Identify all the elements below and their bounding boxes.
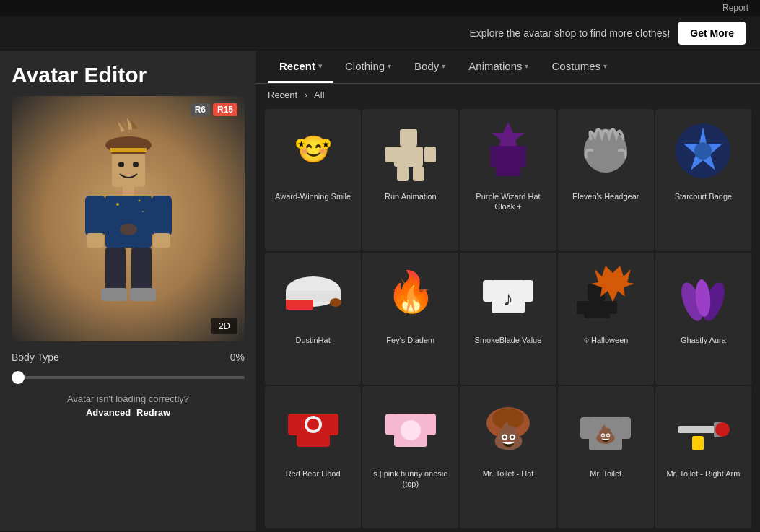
svg-point-9	[133, 162, 139, 167]
items-grid: 😊 ★ ★Award-Winning Smile Run Animation P…	[256, 106, 760, 531]
svg-rect-69	[424, 414, 436, 435]
tab-recent[interactable]: Recent▾	[268, 51, 333, 83]
item-15[interactable]: Mr. Toilet - Right Arm	[655, 386, 751, 528]
svg-rect-76	[619, 417, 631, 439]
svg-rect-34	[397, 167, 409, 181]
item-10[interactable]: Ghastly Aura	[655, 253, 751, 385]
item-name-6: DustinHat	[295, 335, 330, 345]
item-9[interactable]: ⚙Halloween	[558, 253, 654, 385]
tab-arrow-body: ▾	[442, 62, 445, 70]
item-name-11: Red Bear Hood	[286, 468, 341, 479]
svg-rect-78	[678, 426, 717, 433]
breadcrumb-separator: ›	[305, 90, 307, 100]
tab-label-costumes: Costumes	[551, 60, 600, 72]
page-title: Avatar Editor	[12, 63, 245, 87]
tab-body[interactable]: Body▾	[403, 51, 457, 83]
item-img-11	[277, 392, 349, 464]
item-img-1: 😊 ★ ★	[277, 115, 349, 187]
item-14[interactable]: 💩Mr. Toilet	[558, 386, 654, 528]
r6-badge[interactable]: R6	[191, 103, 210, 116]
svg-rect-38	[490, 146, 499, 167]
item-img-5	[667, 115, 739, 187]
right-panel: Recent▾Clothing▾Body▾Animations▾Costumes…	[256, 51, 760, 531]
svg-text:💩: 💩	[492, 420, 524, 451]
tab-label-clothing: Clothing	[345, 60, 385, 72]
item-7[interactable]: 🔥 Fey's Diadem	[362, 253, 458, 385]
item-name-7: Fey's Diadem	[386, 335, 434, 345]
item-name-14: Mr. Toilet	[590, 468, 621, 479]
r15-badge[interactable]: R15	[213, 103, 237, 116]
item-name-3: Purple Wizard Hat Cloak +	[466, 191, 550, 212]
svg-point-23	[142, 211, 144, 212]
svg-rect-64	[327, 414, 338, 435]
tab-costumes[interactable]: Costumes▾	[540, 51, 619, 83]
main-layout: Avatar Editor R6 R15	[0, 51, 760, 531]
svg-rect-81	[692, 436, 704, 450]
breadcrumb-section: Recent	[268, 90, 297, 100]
report-link[interactable]: Report	[722, 3, 748, 13]
avatar-svg	[71, 118, 186, 320]
body-type-slider[interactable]	[12, 376, 245, 379]
item-1[interactable]: 😊 ★ ★Award-Winning Smile	[265, 109, 361, 251]
svg-rect-20	[130, 288, 156, 301]
svg-text:♪: ♪	[503, 287, 513, 310]
item-6[interactable]: DustinHat	[265, 253, 361, 385]
tab-animations[interactable]: Animations▾	[457, 51, 540, 83]
item-img-12	[375, 392, 447, 464]
svg-point-21	[116, 203, 119, 206]
item-2[interactable]: Run Animation	[362, 109, 458, 251]
item-name-15: Mr. Toilet - Right Arm	[666, 468, 740, 479]
svg-point-66	[307, 419, 319, 430]
view-2d-button[interactable]: 2D	[211, 318, 237, 334]
avatar-warning: Avatar isn't loading correctly?	[12, 393, 245, 404]
get-more-button[interactable]: Get More	[678, 22, 746, 45]
gear-icon: ⚙	[583, 336, 590, 344]
svg-text:★: ★	[321, 139, 329, 149]
top-bar: Report	[0, 0, 760, 16]
tab-label-body: Body	[414, 60, 439, 72]
item-name-4: Eleven's Headgear	[572, 191, 639, 201]
body-type-row: Body Type 0%	[12, 352, 245, 363]
svg-marker-3	[131, 120, 138, 129]
svg-rect-35	[413, 167, 424, 181]
svg-point-43	[694, 142, 712, 160]
item-img-3	[472, 115, 544, 187]
svg-point-47	[330, 298, 341, 307]
svg-rect-10	[123, 187, 134, 196]
item-name-8: SmokeBlade Value	[475, 335, 542, 345]
item-name-2: Run Animation	[385, 191, 437, 201]
tab-clothing[interactable]: Clothing▾	[333, 51, 403, 83]
advanced-link[interactable]: Advanced	[86, 407, 131, 418]
redraw-link[interactable]: Redraw	[136, 407, 170, 418]
item-name-9: ⚙Halloween	[583, 335, 628, 345]
item-5[interactable]: Starcourt Badge	[655, 109, 751, 251]
svg-rect-15	[152, 196, 172, 236]
svg-text:💩: 💩	[595, 424, 616, 445]
left-panel: Avatar Editor R6 R15	[0, 51, 256, 531]
svg-rect-6	[110, 148, 147, 152]
svg-rect-17	[105, 248, 126, 294]
svg-point-8	[118, 162, 124, 167]
item-img-14: 💩	[569, 392, 642, 464]
item-11[interactable]: Red Bear Hood	[265, 386, 361, 528]
item-8[interactable]: ♪SmokeBlade Value	[460, 253, 556, 385]
item-3[interactable]: Purple Wizard Hat Cloak +	[460, 109, 556, 251]
svg-rect-13	[85, 196, 105, 236]
svg-rect-30	[400, 129, 417, 147]
tab-arrow-animations: ▾	[525, 62, 528, 70]
svg-rect-7	[112, 154, 145, 187]
item-img-13: 💩	[472, 392, 544, 464]
body-type-value: 0%	[230, 352, 245, 363]
item-12[interactable]: s | pink bunny onesie (top)	[362, 386, 458, 528]
svg-rect-19	[101, 288, 127, 301]
svg-rect-31	[394, 147, 423, 167]
item-img-9	[569, 258, 642, 331]
svg-rect-46	[286, 300, 313, 310]
item-13[interactable]: 💩Mr. Toilet - Hat	[460, 386, 556, 528]
svg-rect-51	[483, 280, 494, 302]
svg-rect-57	[607, 301, 617, 314]
svg-rect-75	[580, 417, 592, 439]
item-4[interactable]: Eleven's Headgear	[558, 109, 654, 251]
body-type-label: Body Type	[12, 352, 59, 363]
item-name-13: Mr. Toilet - Hat	[483, 468, 534, 479]
